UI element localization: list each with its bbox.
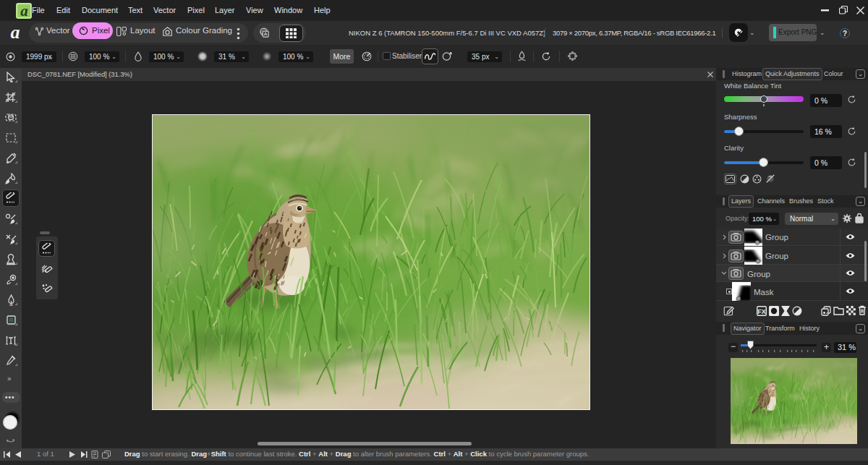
- svg-text:a: a: [20, 3, 28, 19]
- svg-text:a: a: [11, 23, 20, 42]
- svg-text:FX: FX: [757, 308, 766, 315]
